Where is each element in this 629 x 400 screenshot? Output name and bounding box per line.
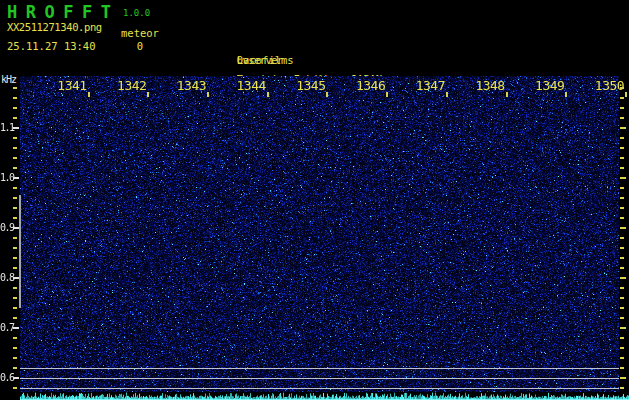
freq-minor-tick-icon bbox=[13, 87, 17, 89]
time-label: 1350 bbox=[595, 78, 624, 93]
freq-minor-tick-icon bbox=[620, 247, 624, 249]
time-label: 1346 bbox=[356, 78, 385, 93]
station-row: Ovserver:Lacofilms bbox=[179, 41, 237, 54]
freq-minor-tick-icon bbox=[620, 117, 624, 119]
minute-tick-icon bbox=[147, 92, 149, 97]
freq-minor-tick-icon bbox=[13, 147, 17, 149]
freq-minor-tick-icon bbox=[620, 167, 624, 169]
minute-tick-icon bbox=[625, 92, 627, 97]
freq-minor-tick-icon bbox=[13, 97, 17, 99]
freq-minor-tick-icon bbox=[620, 147, 624, 149]
freq-minor-tick-icon bbox=[13, 197, 17, 199]
app-logo: HROFFT bbox=[7, 2, 119, 22]
freq-label: 0.7 bbox=[0, 322, 13, 333]
minute-tick-icon bbox=[446, 92, 448, 97]
capture-filename: XX2511271340.png bbox=[7, 21, 102, 33]
freq-minor-tick-icon bbox=[620, 297, 624, 299]
freq-minor-tick-icon bbox=[13, 187, 17, 189]
freq-minor-tick-icon bbox=[620, 87, 624, 89]
spectrogram-canvas bbox=[20, 76, 619, 392]
freq-minor-tick-icon bbox=[620, 287, 624, 289]
freq-minor-tick-icon bbox=[13, 157, 17, 159]
time-label: 1347 bbox=[416, 78, 445, 93]
minute-tick-icon bbox=[207, 92, 209, 97]
freq-minor-tick-icon bbox=[13, 287, 17, 289]
freq-minor-tick-icon bbox=[13, 387, 17, 389]
freq-minor-tick-icon bbox=[13, 357, 17, 359]
freq-minor-tick-icon bbox=[13, 117, 17, 119]
freq-label: 1.1 bbox=[0, 122, 13, 133]
meteor-label: meteor bbox=[121, 27, 159, 39]
freq-minor-tick-icon bbox=[13, 267, 17, 269]
freq-minor-tick-icon bbox=[13, 167, 17, 169]
freq-major-tick-icon bbox=[620, 327, 626, 329]
freq-minor-tick-icon bbox=[620, 187, 624, 189]
minute-tick-icon bbox=[386, 92, 388, 97]
freq-minor-tick-icon bbox=[620, 307, 624, 309]
freq-minor-tick-icon bbox=[13, 297, 17, 299]
freq-minor-tick-icon bbox=[620, 347, 624, 349]
freq-minor-tick-icon bbox=[13, 337, 17, 339]
khz-unit-label: kHz bbox=[1, 74, 16, 85]
freq-minor-tick-icon bbox=[620, 137, 624, 139]
freq-major-tick-icon bbox=[13, 377, 19, 379]
freq-minor-tick-icon bbox=[620, 337, 624, 339]
freq-minor-tick-icon bbox=[13, 237, 17, 239]
freq-major-tick-icon bbox=[620, 277, 626, 279]
freq-major-tick-icon bbox=[13, 127, 19, 129]
freq-label: 0.9 bbox=[0, 222, 13, 233]
freq-minor-tick-icon bbox=[620, 257, 624, 259]
freq-major-tick-icon bbox=[13, 177, 19, 179]
freq-minor-tick-icon bbox=[620, 217, 624, 219]
hrofft-screen: HROFFT 1.0.0 XX2511271340.png meteor 25.… bbox=[0, 0, 629, 400]
freq-minor-tick-icon bbox=[620, 317, 624, 319]
freq-label: 0.8 bbox=[0, 272, 13, 283]
time-label: 1345 bbox=[296, 78, 325, 93]
freq-major-tick-icon bbox=[620, 127, 626, 129]
station-value: Lacofilms bbox=[237, 54, 294, 67]
minute-tick-icon bbox=[326, 92, 328, 97]
freq-minor-tick-icon bbox=[620, 107, 624, 109]
time-label: 1343 bbox=[177, 78, 206, 93]
freq-major-tick-icon bbox=[13, 327, 19, 329]
time-label: 1341 bbox=[57, 78, 86, 93]
station-row: Receiving Location:Kanazawa Ishikawa,JAP… bbox=[179, 60, 237, 73]
freq-label: 0.6 bbox=[0, 372, 13, 383]
capture-datetime: 25.11.27 13:40 bbox=[7, 40, 96, 52]
time-label: 1349 bbox=[535, 78, 564, 93]
freq-minor-tick-icon bbox=[13, 107, 17, 109]
freq-minor-tick-icon bbox=[620, 367, 624, 369]
minute-tick-icon bbox=[88, 92, 90, 97]
freq-major-tick-icon bbox=[620, 177, 626, 179]
time-label: 1348 bbox=[475, 78, 504, 93]
freq-minor-tick-icon bbox=[13, 217, 17, 219]
time-label: 1342 bbox=[117, 78, 146, 93]
minute-tick-icon bbox=[267, 92, 269, 97]
freq-minor-tick-icon bbox=[13, 207, 17, 209]
freq-minor-tick-icon bbox=[620, 237, 624, 239]
minute-tick-icon bbox=[506, 92, 508, 97]
freq-minor-tick-icon bbox=[13, 257, 17, 259]
freq-label: 1.0 bbox=[0, 172, 13, 183]
echo-band-line bbox=[20, 368, 619, 369]
echo-band-line bbox=[20, 378, 619, 379]
freq-minor-tick-icon bbox=[13, 307, 17, 309]
freq-minor-tick-icon bbox=[620, 267, 624, 269]
freq-minor-tick-icon bbox=[13, 247, 17, 249]
freq-major-tick-icon bbox=[620, 227, 626, 229]
freq-minor-tick-icon bbox=[620, 357, 624, 359]
freq-minor-tick-icon bbox=[13, 317, 17, 319]
freq-minor-tick-icon bbox=[620, 157, 624, 159]
freq-major-tick-icon bbox=[13, 277, 19, 279]
freq-minor-tick-icon bbox=[620, 197, 624, 199]
freq-minor-tick-icon bbox=[620, 387, 624, 389]
freq-minor-tick-icon bbox=[620, 97, 624, 99]
freq-major-tick-icon bbox=[13, 227, 19, 229]
echo-band-line bbox=[20, 388, 619, 389]
meteor-count: 0 bbox=[133, 40, 147, 52]
freq-minor-tick-icon bbox=[13, 347, 17, 349]
signal-level-meter-canvas bbox=[20, 392, 629, 400]
time-label: 1344 bbox=[237, 78, 266, 93]
freq-major-tick-icon bbox=[620, 377, 626, 379]
freq-minor-tick-icon bbox=[13, 137, 17, 139]
